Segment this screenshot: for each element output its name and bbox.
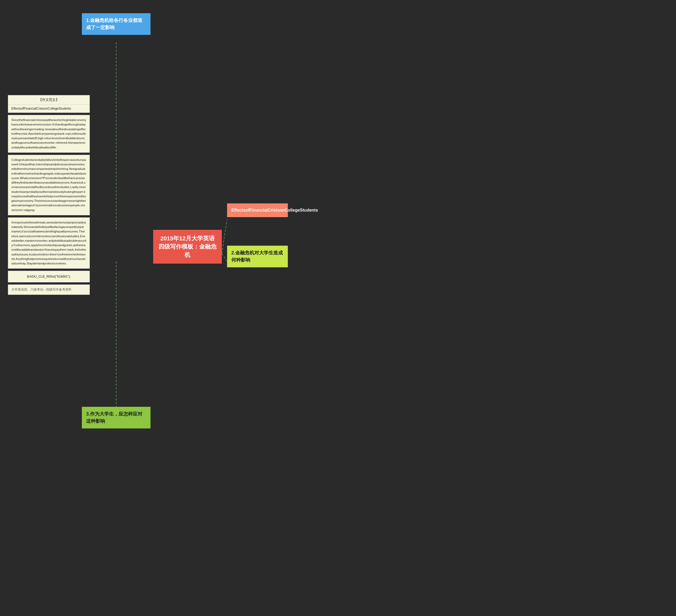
article-title: EffectsofFinancialCrisisonCollegeStudent… bbox=[8, 105, 90, 113]
central-node: 2015年12月大学英语四级写作模板：金融危机 bbox=[153, 230, 222, 264]
footer-link[interactable]: 大学英语四、六级考试---四级写作备考资料 bbox=[8, 285, 90, 295]
paragraph3: Inresponsetothesethreats,westudentsmusta… bbox=[8, 217, 90, 269]
paragraph2: Collegestudentsinevitablyfallvictimtothi… bbox=[8, 155, 90, 215]
node-bottom: 3.作为大学生，应怎样应对这种影响 bbox=[82, 407, 151, 428]
section-label: 【作文范文】 bbox=[8, 95, 90, 105]
node-top: 1.金融危机给各行各业都造成了一定影响 bbox=[82, 13, 151, 35]
node-right-bottom: 2.金融危机对大学生造成何种影响 bbox=[227, 246, 288, 267]
node-right-top: EffectsofFinancialCrisisonCollegeStudent… bbox=[227, 203, 288, 217]
svg-line-3 bbox=[222, 254, 227, 261]
baidu-slot: BAIDU_CLB_fillSlot("816681"); bbox=[8, 271, 90, 283]
svg-line-2 bbox=[222, 219, 227, 254]
left-panel: 【作文范文】 EffectsofFinancialCrisisonCollege… bbox=[8, 95, 90, 295]
paragraph1: Sincethefinancialcrisisswepttheworld,the… bbox=[8, 115, 90, 153]
